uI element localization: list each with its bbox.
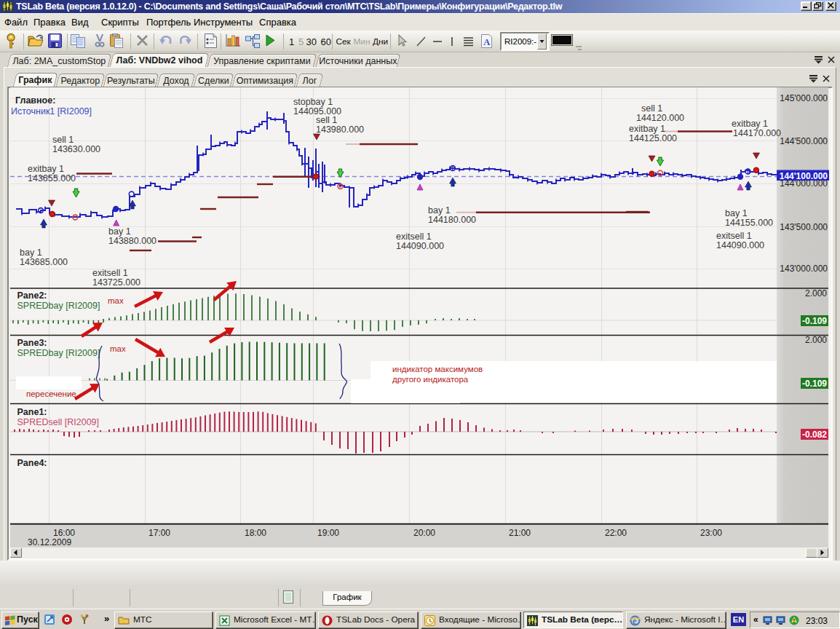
svg-text:145'000.000: 145'000.000 [780, 93, 828, 103]
svg-text:Источник1 [RI2009]: Источник1 [RI2009] [11, 106, 92, 116]
svg-text:Pane3:: Pane3: [17, 338, 47, 348]
svg-text:другого индикатора: другого индикатора [392, 375, 469, 384]
svg-text:exitbay 1: exitbay 1 [629, 124, 665, 134]
svg-text:max: max [110, 344, 126, 353]
svg-text:exitsell 1: exitsell 1 [396, 232, 432, 242]
svg-text:2.000: 2.000 [805, 335, 827, 345]
svg-text:144090.000: 144090.000 [716, 240, 764, 250]
svg-text:exitbay 1: exitbay 1 [732, 119, 768, 129]
svg-text:21:00: 21:00 [509, 528, 531, 538]
svg-text:143630.000: 143630.000 [52, 144, 100, 154]
svg-text:Главное:: Главное: [15, 95, 55, 106]
svg-text:sell 1: sell 1 [52, 135, 74, 145]
svg-text:144'100.000: 144'100.000 [780, 171, 828, 181]
svg-text:bay 1: bay 1 [108, 226, 131, 237]
svg-text:144170.000: 144170.000 [733, 128, 781, 138]
svg-text:sell 1: sell 1 [316, 115, 337, 125]
svg-text:индикатор максимумов: индикатор максимумов [392, 365, 483, 373]
svg-text:sell 1: sell 1 [641, 103, 662, 114]
svg-text:bay 1: bay 1 [725, 208, 748, 218]
svg-text:17:00: 17:00 [148, 528, 170, 538]
svg-text:23:00: 23:00 [700, 528, 722, 538]
svg-text:-0.082: -0.082 [802, 430, 827, 440]
svg-text:exitbay 1: exitbay 1 [28, 164, 64, 174]
svg-text:144'500.000: 144'500.000 [780, 136, 828, 146]
svg-text:20:00: 20:00 [413, 528, 435, 538]
svg-text:2.000: 2.000 [805, 288, 827, 298]
svg-text:144155.000: 144155.000 [725, 218, 773, 228]
svg-text:bay 1: bay 1 [428, 205, 451, 215]
svg-text:143980.000: 143980.000 [316, 124, 364, 135]
svg-text:143655.000: 143655.000 [28, 173, 76, 183]
svg-text:143'500.000: 143'500.000 [780, 222, 828, 232]
svg-text:22:00: 22:00 [605, 528, 627, 538]
svg-text:stopbay 1: stopbay 1 [293, 97, 333, 107]
svg-text:143'000.000: 143'000.000 [780, 264, 828, 274]
svg-text:144125.000: 144125.000 [629, 133, 677, 143]
svg-text:SPREDbay [RI2009]: SPREDbay [RI2009] [17, 348, 100, 358]
svg-text:144180.000: 144180.000 [428, 215, 476, 225]
svg-text:-0.109: -0.109 [802, 379, 827, 389]
svg-text:143880.000: 143880.000 [108, 236, 156, 246]
svg-text:16:00: 16:00 [53, 528, 75, 538]
svg-text:Pane4:: Pane4: [17, 458, 47, 468]
svg-text:Pane2:: Pane2: [17, 290, 47, 301]
svg-text:143725.000: 143725.000 [92, 277, 140, 288]
svg-text:144120.000: 144120.000 [636, 113, 684, 123]
svg-text:-0.109: -0.109 [802, 316, 827, 326]
svg-text:пересечение: пересечение [26, 389, 76, 398]
svg-text:144090.000: 144090.000 [396, 241, 444, 251]
svg-text:18:00: 18:00 [245, 528, 266, 538]
svg-text:SPREDbay [RI2009]: SPREDbay [RI2009] [17, 301, 100, 311]
svg-text:bay 1: bay 1 [20, 248, 42, 258]
svg-text:max: max [108, 296, 124, 305]
svg-text:Pane1:: Pane1: [17, 407, 47, 417]
svg-text:exitsell 1: exitsell 1 [716, 231, 752, 241]
svg-text:SPREDsell [RI2009]: SPREDsell [RI2009] [17, 417, 100, 427]
svg-text:exitsell 1: exitsell 1 [92, 268, 128, 278]
svg-text:30.12.2009: 30.12.2009 [28, 537, 71, 547]
svg-text:19:00: 19:00 [317, 528, 339, 538]
svg-text:143685.000: 143685.000 [20, 257, 68, 267]
